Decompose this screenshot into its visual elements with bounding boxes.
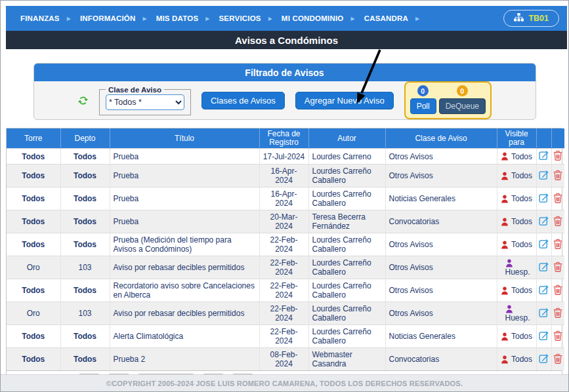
nav-item-label: SERVICIOS	[219, 14, 261, 22]
nav-chevron-right-icon: ▶	[205, 16, 209, 22]
visible-cell: Huesp.	[497, 302, 536, 325]
dequeue-button[interactable]: DeQueue	[439, 98, 486, 114]
clase-cell: Otros Avisos	[385, 256, 497, 279]
account-button[interactable]: TB01	[503, 10, 559, 27]
trash-icon[interactable]	[553, 150, 562, 161]
visible-cell: Todos	[497, 165, 536, 187]
fecha-cell: 22-Feb-2024	[259, 325, 308, 348]
trash-icon[interactable]	[553, 239, 562, 249]
trash-icon[interactable]	[553, 216, 562, 226]
fecha-cell: 17-Jul-2024	[259, 149, 308, 165]
page-title: Avisos a Condóminos	[235, 35, 338, 46]
trash-icon[interactable]	[553, 170, 562, 180]
header-clase: Clase de Aviso	[385, 128, 497, 149]
person-icon	[501, 355, 509, 364]
clases-de-avisos-button[interactable]: Clases de Avisos	[201, 92, 285, 109]
delete-cell	[551, 149, 564, 165]
nav-item-label: CASANDRA	[364, 14, 408, 22]
nav-item[interactable]: MI CONDOMINIO ▶	[282, 14, 355, 22]
visible-label: Huesp.	[505, 313, 530, 323]
edit-icon[interactable]	[539, 239, 549, 249]
nav-chevron-right-icon: ▶	[143, 16, 147, 22]
filter-panel-body: Clase de Aviso * Todos * Clases de Aviso…	[34, 81, 536, 119]
titulo-cell: Recordatorio aviso sobre Cancelaciones e…	[110, 279, 259, 302]
poll-button[interactable]: Poll	[410, 98, 436, 114]
delete-cell	[551, 165, 564, 187]
edit-icon[interactable]	[539, 330, 549, 341]
table-header-row: Torre Depto Título Fecha de Registro Aut…	[7, 128, 564, 149]
fecha-cell: 08-Feb-2024	[259, 348, 308, 371]
trash-icon[interactable]	[553, 307, 562, 318]
edit-icon[interactable]	[539, 307, 549, 318]
edit-icon[interactable]	[539, 150, 549, 161]
edit-icon[interactable]	[539, 216, 549, 226]
nav-item[interactable]: MIS DATOS ▶	[156, 14, 210, 22]
fecha-cell: 16-Apr-2024	[259, 165, 308, 187]
trash-icon[interactable]	[553, 193, 562, 203]
visible-label: Todos	[511, 171, 532, 180]
edit-icon[interactable]	[539, 170, 549, 180]
edit-icon[interactable]	[539, 262, 549, 272]
edit-icon[interactable]	[539, 353, 549, 364]
queue-badges: 0 0	[410, 85, 486, 96]
trash-icon[interactable]	[553, 262, 562, 272]
trash-icon[interactable]	[553, 330, 562, 341]
edit-cell	[536, 348, 551, 371]
edit-cell	[536, 302, 551, 325]
autor-cell: Lourdes Carreño Caballero	[308, 256, 385, 279]
visible-label: Todos	[511, 240, 532, 249]
autor-cell: Lourdes Carreño Caballero	[308, 187, 385, 210]
edit-cell	[536, 165, 551, 187]
header-edit-col	[536, 128, 551, 149]
depto-cell: Todos	[60, 233, 110, 256]
copyright-text: ©COPYRIGHT 2005-2024 JOSE LUIS ROMERO CA…	[106, 380, 463, 387]
edit-cell	[536, 149, 551, 165]
fecha-cell: 22-Feb-2024	[259, 256, 308, 279]
nav-item-label: MIS DATOS	[156, 14, 199, 22]
person-icon	[501, 172, 509, 180]
trash-icon[interactable]	[553, 284, 562, 295]
nav-item[interactable]: SERVICIOS ▶	[219, 14, 272, 22]
trash-icon[interactable]	[553, 353, 562, 364]
header-titulo: Título	[110, 128, 259, 149]
table-row: Todos Todos Prueba 16-Apr-2024 Lourdes C…	[7, 165, 564, 187]
filter-panel: Filtrado de Avisos Clase de Aviso * Todo…	[33, 63, 536, 120]
delete-cell	[551, 325, 564, 348]
depto-cell: Todos	[60, 165, 110, 187]
dequeue-count-badge: 0	[457, 85, 468, 96]
table-row: Todos Todos Prueba 16-Apr-2024 Lourdes C…	[7, 187, 564, 210]
visible-cell: Todos	[497, 279, 536, 302]
header-depto: Depto	[60, 128, 110, 149]
clase-cell: Otros Avisos	[385, 302, 497, 325]
visible-label: Todos	[511, 194, 532, 203]
visible-label: Huesp.	[505, 267, 530, 277]
table-row: Todos Todos Prueba (Medición del tiempo …	[7, 233, 564, 256]
visible-label: Todos	[511, 286, 532, 295]
visible-cell: Todos	[497, 149, 536, 165]
page-title-bar: Avisos a Condóminos	[6, 31, 567, 49]
avisos-table-body: Todos Todos Prueba 17-Jul-2024 Lourdes C…	[7, 149, 564, 371]
visible-cell: Todos	[497, 325, 536, 348]
autor-cell: Lourdes Carreño Caballero	[308, 233, 385, 256]
agregar-nuevo-aviso-button[interactable]: Agregar Nuevo Aviso	[295, 92, 394, 109]
fecha-cell: 22-Feb-2024	[259, 302, 308, 325]
nav-item[interactable]: INFORMACIÓN ▶	[80, 14, 147, 22]
torre-cell: Oro	[7, 256, 60, 279]
clase-de-aviso-select[interactable]: * Todos *	[106, 94, 184, 110]
refresh-icon[interactable]	[77, 95, 89, 106]
header-delete-col	[551, 128, 564, 149]
edit-icon[interactable]	[539, 193, 549, 203]
edit-icon[interactable]	[539, 284, 549, 295]
edit-cell	[536, 187, 551, 210]
nav-item[interactable]: CASANDRA ▶	[364, 14, 420, 22]
autor-cell: Lourdes Carreño Caballero	[308, 279, 385, 302]
depto-cell: Todos	[60, 279, 110, 302]
page: { "nav": { "items": ["FINANZAS", "INFORM…	[0, 0, 569, 392]
person-icon	[501, 152, 509, 161]
clase-cell: Noticias Generales	[385, 325, 497, 348]
visible-cell: Huesp.	[497, 256, 536, 279]
nav-item[interactable]: FINANZAS ▶	[20, 14, 71, 22]
header-autor: Autor	[308, 128, 385, 149]
person-icon	[501, 241, 509, 249]
account-label: TB01	[528, 14, 549, 23]
